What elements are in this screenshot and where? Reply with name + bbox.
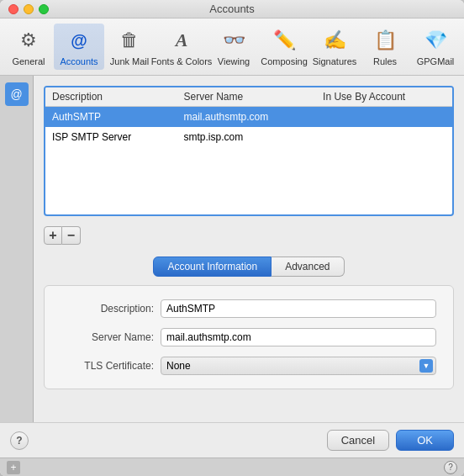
toolbar-label-accounts: Accounts — [60, 56, 98, 66]
row-description: AuthSMTP — [45, 107, 177, 128]
tls-row: TLS Certificate: None Any Always ▼ — [61, 357, 436, 375]
tls-select[interactable]: None Any Always — [161, 357, 436, 375]
table-empty-row — [45, 147, 452, 214]
tls-select-wrapper: None Any Always ▼ — [161, 357, 436, 375]
toolbar-label-fonts-colors: Fonts & Colors — [151, 56, 213, 66]
window-controls — [8, 4, 49, 14]
window-title: Accounts — [209, 3, 254, 15]
ok-button[interactable]: OK — [396, 430, 454, 451]
sidebar: @ — [0, 76, 34, 422]
bottom-left: ? — [10, 431, 29, 450]
tabs-row: Account Information Advanced — [44, 257, 454, 277]
panel: Description Server Name In Use By Accoun… — [34, 76, 464, 422]
composing-icon: ✏️ — [271, 27, 298, 54]
col-header-description: Description — [45, 87, 177, 107]
row-server-name: smtp.isp.com — [177, 127, 316, 147]
tab-account-information[interactable]: Account Information — [153, 257, 272, 277]
toolbar-item-junk-mail[interactable]: 🗑 Junk Mail — [104, 24, 155, 70]
table-row[interactable]: AuthSMTP mail.authsmtp.com — [45, 107, 452, 128]
description-row: Description: — [61, 299, 436, 318]
bottom-bar: ? Cancel OK — [0, 422, 464, 457]
toolbar-item-general[interactable]: ⚙ General — [3, 24, 54, 70]
gpgmail-icon: 💎 — [422, 27, 449, 54]
table-header-row: Description Server Name In Use By Accoun… — [45, 87, 452, 107]
table-row[interactable]: ISP SMTP Server smtp.isp.com — [45, 127, 452, 147]
toolbar-label-general: General — [12, 56, 45, 66]
toolbar-item-composing[interactable]: ✏️ Composing — [259, 24, 309, 70]
toolbar-item-gpgmail[interactable]: 💎 GPGMail — [410, 24, 461, 70]
maximize-button[interactable] — [39, 4, 49, 14]
main-window: Accounts ⚙ General @ Accounts 🗑 Junk Mai… — [0, 0, 464, 476]
table-actions: + − — [44, 226, 454, 245]
sidebar-account-icon[interactable]: @ — [5, 82, 29, 106]
row-server-name: mail.authsmtp.com — [177, 107, 316, 128]
row-in-use — [316, 127, 452, 147]
toolbar-label-rules: Rules — [373, 56, 397, 66]
toolbar-item-signatures[interactable]: ✍️ Signatures — [309, 24, 360, 70]
minimize-button[interactable] — [24, 4, 34, 14]
smtp-table: Description Server Name In Use By Accoun… — [45, 87, 452, 214]
toolbar-label-gpgmail: GPGMail — [417, 56, 455, 66]
tls-label: TLS Certificate: — [61, 360, 154, 372]
form-section: Description: Server Name: TLS Certificat… — [44, 285, 454, 389]
toolbar-label-composing: Composing — [261, 56, 308, 66]
rules-icon: 📋 — [372, 27, 398, 54]
cancel-button[interactable]: Cancel — [327, 430, 389, 451]
accounts-icon: @ — [66, 27, 92, 54]
col-header-server-name: Server Name — [177, 87, 316, 107]
viewing-icon: 👓 — [220, 27, 247, 54]
help-button[interactable]: ? — [10, 431, 29, 450]
toolbar: ⚙ General @ Accounts 🗑 Junk Mail A Fonts… — [0, 19, 464, 76]
status-bar: + ? — [0, 457, 464, 476]
add-smtp-button[interactable]: + — [44, 226, 62, 245]
row-in-use — [316, 107, 452, 128]
junk-mail-icon: 🗑 — [116, 27, 143, 54]
toolbar-item-accounts[interactable]: @ Accounts — [54, 24, 104, 70]
col-header-in-use: In Use By Account — [316, 87, 452, 107]
toolbar-item-rules[interactable]: 📋 Rules — [360, 24, 410, 70]
remove-smtp-button[interactable]: − — [62, 226, 81, 245]
close-button[interactable] — [8, 4, 18, 14]
toolbar-label-viewing: Viewing — [218, 56, 250, 66]
description-label: Description: — [61, 303, 154, 315]
status-help-button[interactable]: ? — [444, 461, 457, 474]
description-input[interactable] — [161, 299, 436, 318]
fonts-colors-icon: A — [168, 27, 195, 54]
tab-advanced[interactable]: Advanced — [272, 257, 344, 277]
toolbar-item-fonts-colors[interactable]: A Fonts & Colors — [155, 24, 208, 70]
server-name-row: Server Name: — [61, 328, 436, 346]
smtp-table-container: Description Server Name In Use By Accoun… — [44, 86, 454, 216]
server-name-input[interactable] — [161, 328, 436, 346]
toolbar-item-viewing[interactable]: 👓 Viewing — [208, 24, 259, 70]
toolbar-label-signatures: Signatures — [313, 56, 357, 66]
titlebar: Accounts — [0, 0, 464, 19]
status-add-button[interactable]: + — [7, 461, 20, 474]
server-name-label: Server Name: — [61, 331, 154, 343]
general-icon: ⚙ — [15, 27, 42, 54]
signatures-icon: ✍️ — [321, 27, 348, 54]
toolbar-label-junk-mail: Junk Mail — [110, 56, 149, 66]
main-content: @ Description Server Name In Use By Acco… — [0, 76, 464, 422]
row-description: ISP SMTP Server — [45, 127, 177, 147]
